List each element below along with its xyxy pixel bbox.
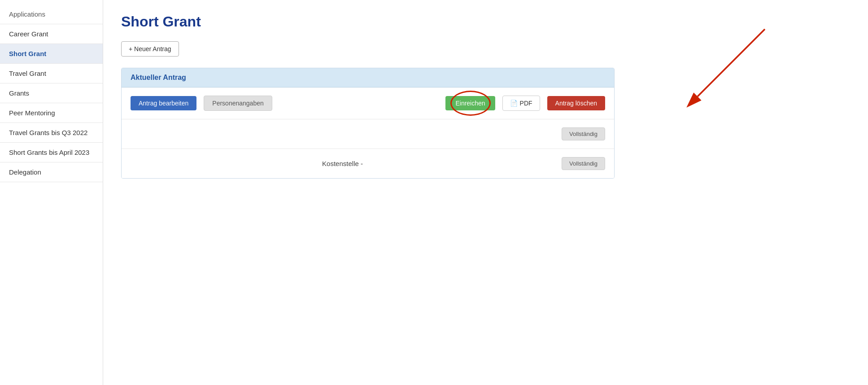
edit-button[interactable]: Antrag bearbeiten [131,96,196,110]
annotation-arrow [662,27,778,117]
sidebar-item-delegation[interactable]: Delegation [0,162,103,182]
aktueller-antrag-panel: Aktueller Antrag Antrag bearbeiten Perso… [121,68,615,179]
pdf-label: PDF [520,100,532,107]
panel-row-actions: Antrag bearbeiten Personenangaben Einrei… [122,88,614,119]
panel-row-kostenstelle: Kostenstelle - Vollständig [122,149,614,178]
sidebar: Applications Career Grant Short Grant Tr… [0,0,103,385]
sidebar-item-short-grants-april[interactable]: Short Grants bis April 2023 [0,143,103,162]
panel-row-vollstaendig-1: Vollständig [122,119,614,149]
vollstaendig-button-2[interactable]: Vollständig [562,157,605,170]
pdf-icon: 📄 [510,100,518,107]
sidebar-item-peer-mentoring[interactable]: Peer Mentoring [0,103,103,123]
sidebar-item-applications[interactable]: Applications [0,4,103,24]
main-content: Short Grant + Neuer Antrag Aktueller Ant… [103,0,868,385]
vollstaendig-button-1[interactable]: Vollständig [562,127,605,140]
page-title: Short Grant [121,13,850,30]
new-application-button[interactable]: + Neuer Antrag [121,41,179,57]
svg-line-1 [698,29,765,96]
panel-header: Aktueller Antrag [122,68,614,88]
einreichen-wrapper: Einreichen [445,96,495,110]
kostenstelle-label: Kostenstelle - [131,160,554,167]
sidebar-item-career-grant[interactable]: Career Grant [0,24,103,44]
sidebar-item-short-grant[interactable]: Short Grant [0,44,103,64]
einreichen-button[interactable]: Einreichen [445,96,495,110]
sidebar-item-travel-grants-q3[interactable]: Travel Grants bis Q3 2022 [0,123,103,143]
panel-body: Antrag bearbeiten Personenangaben Einrei… [122,88,614,178]
sidebar-item-travel-grant[interactable]: Travel Grant [0,64,103,83]
personenangaben-button[interactable]: Personenangaben [204,96,272,111]
sidebar-item-grants[interactable]: Grants [0,83,103,103]
pdf-button[interactable]: 📄 PDF [502,96,540,111]
delete-button[interactable]: Antrag löschen [547,96,605,110]
